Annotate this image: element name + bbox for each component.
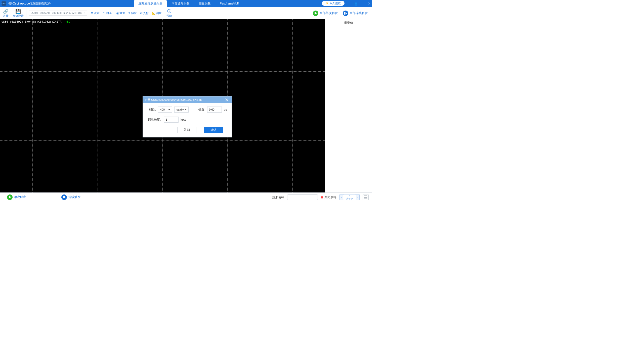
waveform-name-label: 波形名称 bbox=[272, 195, 284, 199]
svg-rect-2 bbox=[364, 196, 367, 197]
run-all-continuous-button[interactable]: 全部连续触发 bbox=[340, 11, 370, 16]
run-all-single-button[interactable]: 全部单次触发 bbox=[310, 11, 340, 16]
save-icon: 💾 bbox=[15, 9, 21, 14]
svg-rect-3 bbox=[364, 197, 367, 199]
main-tabs: 屏幕波形测量采集 内存波形采集 测量采集 Fastframe辅助 bbox=[134, 0, 244, 7]
svg-rect-0 bbox=[344, 12, 345, 15]
single-trigger-button[interactable]: 单次触发 bbox=[7, 194, 26, 200]
reclen-label: 记录长度: bbox=[148, 118, 162, 122]
titlebar: OSC NS-Oscilloscope示波器控制软件 屏幕波形测量采集 内存波形… bbox=[0, 0, 372, 7]
measure-button[interactable]: 📐 测量 bbox=[150, 7, 163, 19]
gear-label: 档位: bbox=[148, 108, 156, 112]
toolbar-separator bbox=[26, 9, 26, 18]
layout-button[interactable] bbox=[363, 194, 369, 200]
reclen-input[interactable] bbox=[164, 117, 179, 123]
toolbar-separator bbox=[164, 9, 164, 18]
record-dot-icon bbox=[321, 196, 323, 198]
timebase-button[interactable]: ⏱ 时基 bbox=[101, 7, 113, 19]
link-icon: 🔗 bbox=[3, 9, 9, 14]
play-pause-icon bbox=[61, 194, 67, 200]
measurement-panel: 测量值 bbox=[325, 19, 372, 192]
settings-button[interactable]: ⚙ 设置 bbox=[89, 7, 101, 19]
tab-memory-waveform[interactable]: 内存波形采集 bbox=[167, 0, 194, 7]
tab-screen-waveform[interactable]: 屏幕波形测量采集 bbox=[134, 0, 167, 7]
crown-icon: ♛ bbox=[326, 2, 329, 5]
bottom-right-controls: 波形名称 关闭余晖 ‹ 0 共0 个 › bbox=[272, 193, 369, 202]
main-area: USB0::0x0699::0x0408::C041762::INSTR H:0… bbox=[0, 19, 372, 192]
trigger-icon: ↯ bbox=[128, 11, 131, 15]
app-title: NS-Oscilloscope示波器控制软件 bbox=[8, 2, 51, 6]
toolbar: 🔗 连接 💾 存储设置 USB0::0x0699::0x0408::C04176… bbox=[0, 7, 372, 19]
license-badge[interactable]: ♛ 永久授权 bbox=[322, 1, 345, 6]
connect-button[interactable]: 🔗 连接 bbox=[1, 7, 11, 19]
offset-unit: us bbox=[224, 108, 227, 111]
minimize-button[interactable]: — bbox=[361, 2, 364, 6]
instrument-path-display: USB0::0x0699::0x0408::C041762::INSTR bbox=[29, 11, 87, 16]
chevron-down-icon bbox=[168, 109, 170, 110]
gear-select[interactable]: 400 bbox=[158, 107, 172, 113]
ok-button[interactable]: 确认 bbox=[204, 127, 223, 133]
waveform-name-input[interactable] bbox=[287, 194, 318, 200]
timebase-dialog: 时基 USB0::0x0699::0x0408::C041762::INSTR … bbox=[143, 96, 232, 137]
dialog-body: 档位: 400 us/div 偏置: us 记录长度: kpts bbox=[143, 103, 232, 137]
close-button[interactable]: ✕ bbox=[368, 2, 371, 6]
license-label: 永久授权 bbox=[330, 2, 341, 5]
tab-measure-acquire[interactable]: 测量采集 bbox=[194, 0, 215, 7]
storage-settings-button[interactable]: 💾 存储设置 bbox=[11, 7, 26, 19]
dialog-titlebar[interactable]: 时基 USB0::0x0699::0x0408::C041762::INSTR bbox=[143, 96, 232, 103]
counter-prev-button[interactable]: ‹ bbox=[339, 194, 343, 200]
svg-rect-1 bbox=[63, 196, 64, 198]
channel-icon: ◉ bbox=[116, 11, 119, 15]
trigger-button[interactable]: ↯ 触发 bbox=[126, 7, 138, 19]
channel-button[interactable]: ◉ 通道 bbox=[115, 7, 126, 19]
window-buttons: 👥 — ✕ bbox=[353, 0, 371, 7]
cursor-button[interactable]: ⇄ 光标 bbox=[138, 7, 150, 19]
dialog-title: 时基 USB0::0x0699::0x0408::C041762::INSTR bbox=[145, 98, 202, 102]
counter-next-button[interactable]: › bbox=[356, 194, 360, 200]
ruler-icon: 📐 bbox=[152, 11, 156, 15]
play-icon bbox=[313, 11, 318, 16]
offset-input[interactable] bbox=[207, 107, 222, 113]
measurement-panel-title: 测量值 bbox=[327, 21, 370, 25]
help-button[interactable]: ⓘ 帮助 bbox=[164, 7, 174, 19]
cursor-icon: ⇄ bbox=[140, 11, 143, 15]
bottom-bar: 单次触发 连续触发 波形名称 关闭余晖 ‹ 0 共0 个 › bbox=[0, 192, 372, 202]
counter-display: 0 共0 个 bbox=[343, 194, 356, 200]
timebase-icon: ⏱ bbox=[103, 11, 106, 15]
play-pause-icon bbox=[343, 11, 348, 16]
play-icon bbox=[7, 194, 13, 200]
oscilloscope-display[interactable]: USB0::0x0699::0x0408::C041762::INSTR H:0… bbox=[0, 19, 325, 192]
toolbar-right: 全部单次触发 全部连续触发 bbox=[310, 7, 370, 19]
chevron-down-icon bbox=[184, 109, 187, 110]
users-icon[interactable]: 👥 bbox=[353, 2, 357, 6]
dialog-close-button[interactable] bbox=[224, 97, 230, 103]
tab-fastframe[interactable]: Fastframe辅助 bbox=[215, 0, 244, 7]
reclen-unit: kpts bbox=[181, 118, 186, 121]
offset-label: 偏置: bbox=[197, 108, 205, 112]
help-icon: ⓘ bbox=[167, 9, 171, 14]
gear-icon: ⚙ bbox=[91, 11, 94, 15]
frame-counter: ‹ 0 共0 个 › bbox=[339, 194, 360, 200]
app-icon: OSC bbox=[2, 1, 6, 6]
gear-unit-select[interactable]: us/div bbox=[174, 107, 189, 113]
continuous-trigger-button[interactable]: 连续触发 bbox=[61, 194, 80, 200]
afterglow-toggle[interactable]: 关闭余晖 bbox=[321, 195, 336, 199]
cancel-button[interactable]: 取消 bbox=[177, 127, 196, 133]
toolbar-separator bbox=[114, 9, 114, 18]
